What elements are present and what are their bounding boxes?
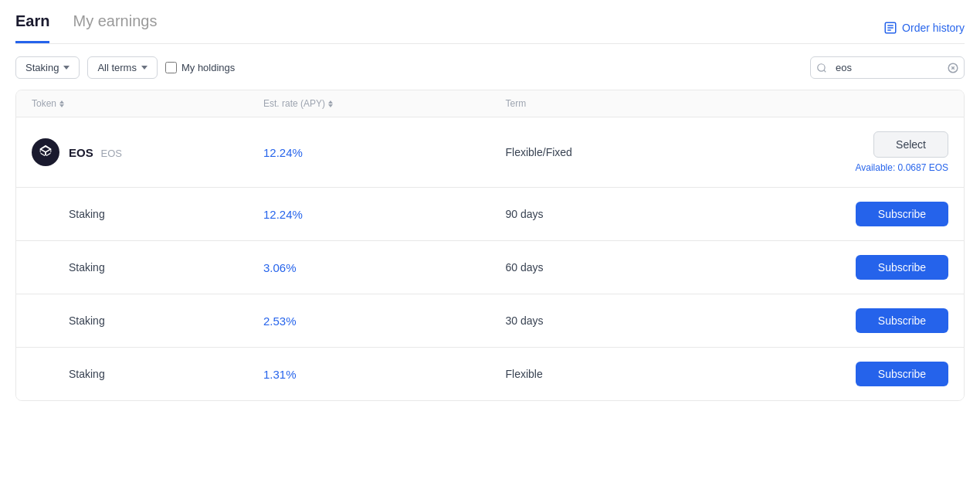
- sub-row-action-2: Subscribe: [748, 308, 948, 333]
- rate-sort-icon: [328, 100, 333, 107]
- tab-my-earnings[interactable]: My earnings: [73, 12, 157, 43]
- sub-row-rate-2: 2.53%: [263, 314, 506, 328]
- eos-token-info: EOS EOS: [69, 146, 122, 159]
- sub-row-type-1: Staking: [32, 261, 263, 274]
- sub-row-type-3: Staking: [32, 368, 263, 380]
- all-terms-chevron-icon: [141, 66, 148, 70]
- svg-line-5: [824, 70, 826, 72]
- search-input[interactable]: [810, 56, 965, 79]
- table-row: Staking 3.06% 60 days Subscribe: [16, 241, 964, 294]
- svg-point-4: [818, 63, 825, 70]
- staking-label: Staking: [25, 62, 59, 73]
- eos-token-symbol: EOS: [101, 148, 122, 159]
- subscribe-button-3[interactable]: Subscribe: [856, 362, 948, 386]
- sub-row-type-0: Staking: [32, 208, 263, 220]
- subscribe-button-0[interactable]: Subscribe: [856, 202, 948, 226]
- th-token: Token: [32, 98, 263, 109]
- eos-logo-icon: [37, 144, 54, 161]
- subscribe-button-1[interactable]: Subscribe: [856, 255, 948, 280]
- sub-row-type-2: Staking: [32, 314, 263, 327]
- table-row: Staking 12.24% 90 days Subscribe: [16, 188, 964, 241]
- eos-rate: 12.24%: [263, 146, 506, 159]
- order-history-icon: [883, 21, 897, 35]
- tabs-left: Earn My earnings: [15, 12, 157, 43]
- top-tabs: Earn My earnings Order history: [15, 0, 965, 44]
- table-row: Staking 2.53% 30 days Subscribe: [16, 294, 964, 348]
- order-history-link[interactable]: Order history: [883, 21, 965, 35]
- subscribe-button-2[interactable]: Subscribe: [856, 308, 948, 333]
- eos-token-cell: EOS EOS: [32, 138, 263, 166]
- token-sort-icon: [59, 100, 64, 107]
- staking-dropdown[interactable]: Staking: [15, 56, 80, 79]
- sub-row-term-0: 90 days: [506, 208, 748, 220]
- tab-earn[interactable]: Earn: [15, 12, 49, 43]
- eos-action-cell: Select Available: 0.0687 EOS: [748, 131, 948, 173]
- all-terms-label: All terms: [97, 62, 137, 73]
- eos-logo: [32, 138, 59, 166]
- staking-chevron-icon: [63, 66, 70, 70]
- clear-search-icon[interactable]: [948, 63, 958, 73]
- sub-row-term-3: Flexible: [506, 368, 748, 380]
- my-holdings-label: My holdings: [181, 62, 235, 73]
- order-history-label: Order history: [902, 22, 965, 34]
- sub-row-rate-3: 1.31%: [263, 368, 506, 381]
- page-container: Earn My earnings Order history Staking A…: [0, 0, 980, 486]
- eos-available: Available: 0.0687 EOS: [855, 162, 948, 173]
- table-row: Staking 1.31% Flexible Subscribe: [16, 348, 964, 400]
- eos-main-row: EOS EOS 12.24% Flexible/Fixed Select Ava…: [16, 117, 964, 188]
- sub-row-action-0: Subscribe: [748, 202, 948, 226]
- eos-term: Flexible/Fixed: [506, 146, 748, 158]
- eos-select-button[interactable]: Select: [873, 131, 948, 158]
- eos-token-name: EOS: [69, 146, 93, 159]
- sub-row-rate-0: 12.24%: [263, 208, 506, 221]
- my-holdings-checkbox[interactable]: [165, 62, 177, 73]
- sub-row-action-1: Subscribe: [748, 255, 948, 280]
- filters-row: Staking All terms My holdings: [15, 56, 965, 79]
- my-holdings-checkbox-label[interactable]: My holdings: [165, 62, 235, 73]
- th-term: Term: [506, 98, 748, 109]
- sub-row-term-1: 60 days: [506, 261, 748, 274]
- all-terms-dropdown[interactable]: All terms: [87, 56, 158, 79]
- sub-row-rate-1: 3.06%: [263, 261, 506, 274]
- search-icon: [816, 63, 827, 73]
- th-action: [748, 98, 948, 109]
- search-container: [810, 56, 965, 79]
- th-rate: Est. rate (APY): [263, 98, 506, 109]
- sub-row-term-2: 30 days: [506, 314, 748, 327]
- main-table: Token Est. rate (APY) Term: [15, 90, 965, 401]
- table-header: Token Est. rate (APY) Term: [16, 90, 964, 117]
- sub-row-action-3: Subscribe: [748, 362, 948, 386]
